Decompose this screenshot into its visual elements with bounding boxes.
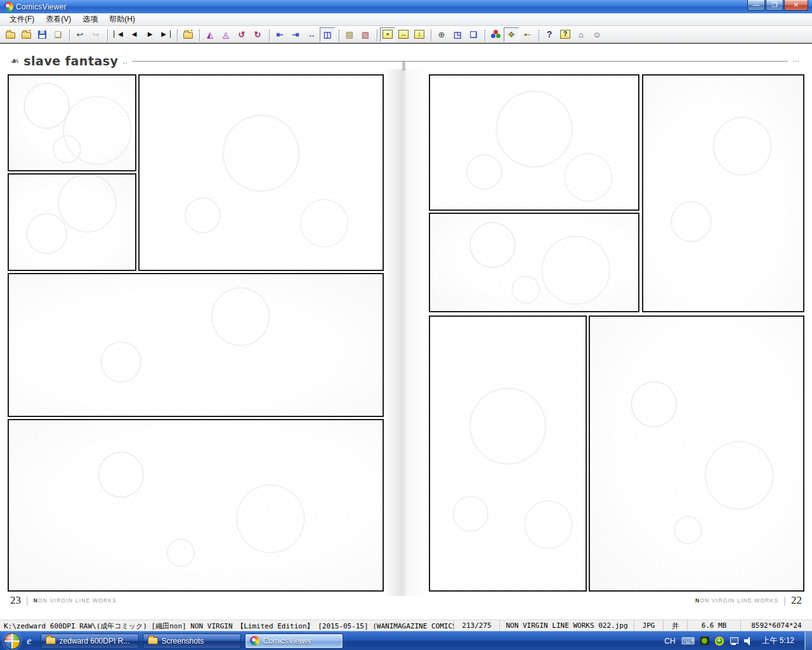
toolbar-glyph: ➸	[524, 30, 531, 39]
footer-separator: |	[26, 595, 29, 606]
app-icon	[4, 2, 13, 11]
toolbar-glyph: ◀	[132, 31, 136, 37]
comic-panel	[8, 273, 384, 417]
taskbar-button-zedward[interactable]: zedward 600DPI R...	[41, 633, 139, 649]
zoom-in-icon[interactable]: ⊕	[434, 27, 449, 42]
flip-horizontal-icon[interactable]: ◭	[202, 27, 218, 42]
task-button-label: ComicsViewer	[263, 637, 311, 646]
statusbar: K:\zedward 600DPI RAW\(成年コミック) [織田non] N…	[0, 620, 812, 631]
help-icon[interactable]: ?	[542, 27, 557, 42]
comic-page-left: 23 | NON VIRGIN LINE WORKS	[8, 74, 384, 592]
comic-panel	[8, 419, 384, 592]
parent-folder-icon[interactable]: ↩	[72, 27, 88, 42]
taskbar-clock[interactable]: 上午 5:12	[762, 635, 794, 646]
book-forward-icon[interactable]: ▤	[342, 27, 357, 42]
last-page-icon[interactable]: ▶▕	[158, 27, 173, 42]
toolbar-glyph: ▤	[346, 30, 353, 39]
new-window-icon[interactable]	[180, 27, 195, 42]
menu-file[interactable]: 文件(F)	[4, 13, 40, 26]
taskbar-button-screenshots[interactable]: Screenshots	[143, 633, 241, 649]
menubar: 文件(F) 查看(V) 选项 帮助(H)	[0, 13, 812, 26]
keyboard-tray-icon[interactable]: ⌨	[681, 636, 695, 646]
header-rule	[132, 61, 788, 62]
context-help-icon[interactable]: ?	[558, 27, 573, 42]
rotate-right-icon[interactable]: ↻	[250, 27, 265, 42]
antivirus-tray-icon[interactable]	[715, 637, 724, 646]
save-icon[interactable]	[34, 27, 49, 42]
toolbar: ❏ ↩ ↪ ▏◀ ◀ ▶	[0, 26, 812, 43]
toolbar-glyph: ↕	[414, 30, 424, 39]
header-end-mark: ···	[792, 57, 799, 65]
window-controls: — ❐ ✕	[747, 0, 808, 11]
viewer-content: ❧ slave fantasy ‥ ··· 23 | NON VIRGIN LI…	[0, 43, 812, 620]
home-icon[interactable]: ⌂	[573, 27, 589, 42]
page-number-right: 22	[791, 594, 802, 607]
task-button-icon	[46, 637, 56, 644]
toolbar-glyph: ❑	[469, 30, 477, 39]
menu-view[interactable]: 查看(V)	[40, 13, 77, 26]
footer-series-title: NON VIRGIN LINE WORKS	[34, 597, 117, 604]
close-button[interactable]: ✕	[784, 0, 808, 11]
task-button-label: zedward 600DPI R...	[60, 637, 130, 646]
toolbar-glyph: ▶▕	[161, 31, 169, 37]
margin-left-icon[interactable]: ⇤	[272, 27, 287, 42]
minimize-button[interactable]: —	[747, 0, 765, 11]
next-page-icon[interactable]: ▶	[142, 27, 157, 42]
comic-panel	[8, 74, 136, 171]
page-fold-shadow	[384, 69, 429, 596]
key-icon[interactable]: ➸	[520, 27, 535, 42]
toolbar-glyph: ⊕	[438, 30, 445, 39]
margin-right-icon[interactable]: ⇥	[288, 27, 303, 42]
fit-page-icon[interactable]: ▪	[380, 27, 395, 42]
toolbar-glyph: ⌂	[579, 30, 584, 39]
restore-button[interactable]: ❐	[766, 0, 783, 11]
page-info-icon[interactable]: ❖	[504, 27, 519, 42]
show-desktop-button[interactable]	[804, 632, 812, 650]
taskbar-button-comicsviewer[interactable]: ComicsViewer	[245, 633, 343, 649]
locate-file-icon[interactable]: ↪	[88, 27, 103, 42]
comic-panel	[429, 315, 587, 592]
network-tray-icon[interactable]	[730, 637, 738, 645]
comic-panel	[8, 173, 136, 271]
about-icon[interactable]: ☺	[589, 27, 605, 42]
toolbar-glyph	[6, 32, 15, 39]
toolbar-glyph: ❖	[508, 30, 515, 39]
open-folder-icon[interactable]	[3, 27, 18, 42]
page-footer-left: 23 | NON VIRGIN LINE WORKS	[10, 594, 117, 607]
task-button-icon	[250, 636, 259, 646]
toolbar-glyph: ▏◀	[114, 31, 122, 37]
menu-help[interactable]: 帮助(H)	[103, 13, 141, 26]
toolbar-glyph: ↔	[308, 30, 316, 39]
flip-vertical-icon[interactable]: ◬	[218, 27, 233, 42]
page-footer-right: NON VIRGIN LINE WORKS | 22	[695, 594, 802, 607]
stretch-width-icon[interactable]: ↔	[304, 27, 319, 42]
start-button[interactable]	[4, 633, 20, 649]
ie-quicklaunch-icon[interactable]: e	[27, 635, 32, 647]
comic-panel	[429, 213, 639, 312]
task-button-label: Screenshots	[162, 637, 204, 646]
status-filesize: 6.6 MB	[688, 620, 741, 631]
menu-options[interactable]: 选项	[77, 13, 103, 26]
rotate-left-icon[interactable]: ↺	[234, 27, 249, 42]
export-icon[interactable]: ❏	[50, 27, 65, 42]
prev-page-icon[interactable]: ◀	[126, 27, 141, 42]
color-adjust-icon[interactable]	[488, 27, 503, 42]
toolbar-glyph	[490, 29, 501, 39]
book-edit-icon[interactable]: ▧	[358, 27, 373, 42]
resize-window-icon[interactable]: ◳	[450, 27, 465, 42]
toolbar-glyph: ?	[547, 30, 553, 39]
volume-tray-icon[interactable]	[744, 637, 754, 645]
toolbar-glyph: ▶	[148, 31, 152, 37]
toolbar-glyph: ⇤	[277, 30, 284, 39]
toolbar-glyph: ☺	[593, 30, 601, 39]
first-page-icon[interactable]: ▏◀	[110, 27, 126, 42]
cascade-pages-icon[interactable]: ❑	[466, 27, 481, 42]
fit-width-icon[interactable]: ↔	[396, 27, 411, 42]
gpu-tray-icon[interactable]	[700, 637, 709, 645]
toolbar-glyph: ◫	[324, 30, 331, 39]
language-indicator[interactable]: CH	[664, 637, 675, 646]
two-page-view-icon[interactable]: ◫	[320, 27, 335, 42]
fit-height-icon[interactable]: ↕	[412, 27, 427, 42]
open-new-icon[interactable]	[18, 27, 34, 42]
comic-panel	[589, 315, 804, 592]
